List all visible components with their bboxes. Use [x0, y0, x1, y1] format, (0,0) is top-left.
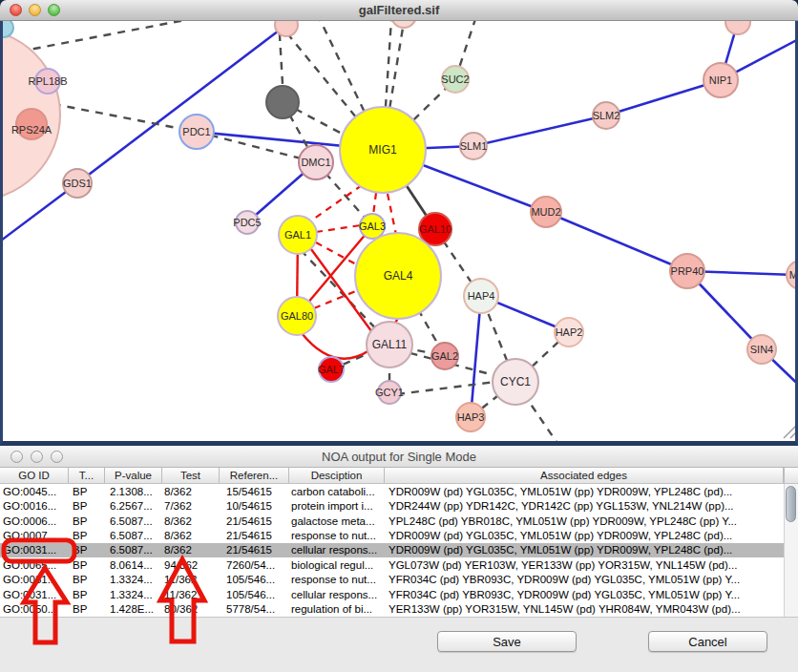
cell-test: 8/362: [162, 530, 220, 541]
network-edge: [19, 21, 190, 52]
cell-go_id: GO:0016...: [0, 500, 69, 512]
header-corner: [784, 468, 798, 483]
zoom-button[interactable]: [48, 4, 60, 16]
save-button[interactable]: Save: [437, 631, 577, 652]
column-header-type[interactable]: T...: [69, 468, 105, 483]
minimize-button[interactable]: [29, 4, 41, 16]
cell-type: BP: [69, 515, 105, 527]
table-row[interactable]: GO:0045...BP2.1308...8/36215/54615carbon…: [0, 484, 784, 498]
table-row[interactable]: GO:0006...BP6.5087...8/36221/54615galact…: [0, 514, 784, 528]
column-header-go_id[interactable]: GO ID: [0, 468, 69, 483]
cell-edges: YDR009W (pd) YGL035C, YML051W (pp) YDR00…: [385, 530, 784, 541]
table-row[interactable]: GO:0065...BP8.0614...94/3627260/54...bio…: [0, 557, 784, 572]
node-label-slm1: SLM1: [460, 140, 488, 152]
node-label-dmc1: DMC1: [301, 157, 330, 168]
node-label-pdc5: PDC5: [233, 217, 261, 228]
cell-type: BP: [69, 486, 105, 497]
node-unlabeled[interactable]: [391, 21, 416, 28]
node-label-hap3: HAP3: [457, 411, 485, 423]
cell-test: 80/362: [162, 603, 220, 615]
node-label-mud2: MUD2: [531, 206, 560, 218]
node-unlabeled[interactable]: [275, 21, 298, 36]
network-edge: [388, 194, 396, 235]
cell-reference: 5778/54...: [220, 603, 289, 615]
table-header: GO IDT...P-valueTestReferen...Desciption…: [0, 468, 798, 484]
cell-p_value: 1.3324...: [105, 574, 162, 585]
node-unlabeled[interactable]: [3, 21, 13, 37]
node-label-gal80: GAL80: [281, 310, 313, 322]
node-label-rps24a: RPS24A: [11, 124, 52, 136]
cell-p_value: 6.5087...: [105, 515, 162, 527]
node-label-pdc1: PDC1: [182, 126, 210, 137]
network-graph: RPL18BRPS24AGDS1PDC1MIG1SUC2SLM1DMC1SLM2…: [3, 21, 795, 441]
node-label-gal1: GAL1: [284, 229, 311, 241]
cell-p_value: 1.3324...: [105, 589, 162, 600]
network-canvas[interactable]: RPL18BRPS24AGDS1PDC1MIG1SUC2SLM1DMC1SLM2…: [0, 21, 798, 446]
network-edge: [546, 212, 687, 271]
node-label-rpl18b: RPL18B: [29, 75, 68, 87]
column-header-reference[interactable]: Referen...: [220, 468, 289, 483]
node-label-slm2: SLM2: [593, 110, 620, 121]
cell-type: BP: [69, 574, 105, 585]
node-label-gal3: GAL3: [359, 220, 386, 232]
cell-go_id: GO:0006...: [0, 515, 69, 527]
close-button[interactable]: [10, 4, 22, 16]
node-unlabeled[interactable]: [266, 86, 299, 118]
cell-edges: YGL073W (pd) YER103W, YER133W (pp) YOR31…: [385, 559, 784, 571]
network-edge: [397, 382, 495, 394]
cell-edges: YDR009W (pd) YGL035C, YML051W (pp) YDR00…: [385, 486, 784, 497]
column-header-description[interactable]: Desciption: [289, 468, 385, 483]
network-edge: [316, 225, 361, 232]
column-header-test[interactable]: Test: [162, 468, 220, 483]
cell-edges: YDR009W (pd) YGL035C, YML051W (pp) YDR00…: [385, 544, 784, 556]
cancel-button[interactable]: Cancel: [648, 631, 767, 652]
node-unlabeled[interactable]: [725, 21, 750, 34]
cell-description: response to nut...: [289, 530, 385, 541]
column-header-p_value[interactable]: P-value: [105, 468, 162, 483]
node-label-gds1: GDS1: [63, 178, 92, 189]
noa-window-title: NOA output for Single Mode: [322, 450, 476, 464]
node-label-gal4: GAL4: [384, 269, 413, 283]
zoom-button-inactive[interactable]: [51, 451, 63, 463]
vertical-scrollbar[interactable]: [784, 484, 798, 617]
table-row[interactable]: GO:0031...BP6.5087...8/36221/54615cellul…: [0, 543, 784, 557]
node-label-nip1: NIP1: [709, 74, 732, 86]
node-label-gal2: GAL2: [431, 350, 458, 362]
network-edge: [310, 185, 362, 221]
table-row[interactable]: GO:0007...BP6.5087...8/36221/54615respon…: [0, 528, 784, 542]
close-button-inactive[interactable]: [10, 451, 23, 463]
noa-window-titlebar[interactable]: NOA output for Single Mode: [0, 446, 798, 468]
table-row[interactable]: GO:0031...BP1.3324...11/362105/546...cel…: [0, 587, 784, 601]
cell-go_id: GO:0031...: [0, 574, 69, 585]
cell-test: 8/362: [162, 486, 220, 497]
network-window-titlebar[interactable]: galFiltered.sif: [0, 0, 798, 21]
table-row[interactable]: GO:0031...BP1.3324...11/362105/546...res…: [0, 573, 784, 587]
node-label-gal7: GAL7: [318, 364, 345, 375]
button-panel: Save Cancel: [0, 617, 798, 672]
cell-edges: YFR034C (pd) YBR093C, YDR009W (pd) YGL03…: [385, 589, 784, 600]
cell-test: 94/362: [162, 559, 220, 571]
network-edge: [316, 242, 358, 265]
cell-test: 7/362: [162, 500, 220, 512]
cell-reference: 105/546...: [220, 589, 289, 600]
cell-type: BP: [69, 589, 105, 600]
cell-type: BP: [69, 544, 105, 556]
column-header-edges[interactable]: Associated edges: [385, 468, 784, 483]
minimize-button-inactive[interactable]: [31, 451, 43, 463]
table-row[interactable]: GO:0016...BP6.2567...7/36210/54615protei…: [0, 498, 784, 513]
cell-test: 8/362: [162, 515, 220, 527]
table-row[interactable]: GO:0050...BP1.428E...80/3625778/54...reg…: [0, 602, 784, 617]
window-controls: [10, 4, 60, 16]
cell-go_id: GO:0031...: [0, 589, 69, 600]
cell-description: cellular respons...: [289, 589, 385, 600]
cell-description: response to nut...: [289, 574, 385, 585]
cell-reference: 21/54615: [220, 515, 289, 527]
cell-edges: YPL248C (pd) YBR018C, YML051W (pp) YDR00…: [385, 515, 784, 527]
cell-description: cellular respons...: [289, 544, 385, 556]
node-label-hap4: HAP4: [468, 290, 495, 302]
network-edge: [373, 193, 376, 215]
scrollbar-thumb[interactable]: [786, 486, 796, 522]
noa-window-controls: [10, 451, 63, 463]
cell-test: 11/362: [162, 574, 220, 585]
cell-reference: 10/54615: [220, 500, 289, 512]
